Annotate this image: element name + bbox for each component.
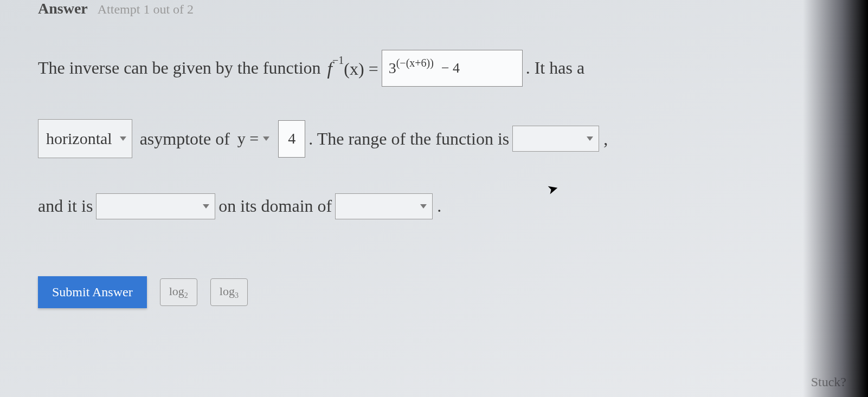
asymptote-var-label: y = — [237, 124, 259, 153]
chevron-down-icon — [203, 204, 209, 209]
inverse-function-input[interactable]: 3(−(x+6)) − 4 — [382, 50, 523, 87]
sentence-line-2: horizontal asymptote of y = 4 . The rang… — [38, 119, 830, 158]
log2-button[interactable]: log2 — [160, 278, 197, 306]
comma: , — [603, 123, 608, 155]
log3-label: log — [220, 284, 235, 298]
asymptote-of-text: asymptote of — [140, 123, 230, 155]
answer-label: Answer — [38, 0, 88, 17]
line1-suffix: . It has a — [526, 53, 584, 84]
answer-header: Answer Attempt 1 out of 2 — [38, 0, 830, 17]
range-dropdown[interactable] — [512, 126, 599, 152]
asymptote-type-dropdown[interactable]: horizontal — [38, 119, 132, 158]
range-text: . The range of the function is — [308, 123, 509, 155]
log2-label: log — [169, 284, 184, 298]
log3-subscript: 3 — [235, 291, 239, 300]
asymptote-value-input[interactable]: 4 — [278, 120, 305, 157]
function-superscript: −1 — [332, 54, 344, 66]
expr-base: 3 — [389, 55, 396, 82]
function-arg: (x) = — [344, 59, 378, 79]
line3-mid: on its domain of — [218, 191, 332, 222]
line3-prefix: and it is — [38, 191, 93, 222]
expr-tail: − 4 — [441, 56, 460, 81]
monotonicity-dropdown[interactable] — [96, 193, 215, 219]
domain-dropdown[interactable] — [335, 193, 433, 219]
function-symbol: f — [327, 58, 332, 79]
line1-prefix: The inverse can be given by the function — [38, 53, 321, 84]
chevron-down-icon — [587, 136, 593, 141]
chevron-down-icon — [263, 136, 269, 141]
chevron-down-icon — [420, 204, 427, 209]
asymptote-type-value: horizontal — [46, 124, 112, 153]
asymptote-value: 4 — [288, 125, 295, 152]
sentence-line-1: The inverse can be given by the function… — [38, 50, 830, 87]
asymptote-variable-dropdown[interactable]: y = — [233, 120, 275, 158]
button-row: Submit Answer log2 log3 — [38, 276, 830, 308]
sentence-line-3: and it is on its domain of . — [38, 191, 830, 222]
expr-exponent: (−(x+6)) — [396, 53, 434, 73]
log3-button[interactable]: log3 — [210, 278, 248, 306]
stuck-link[interactable]: Stuck? — [811, 375, 846, 389]
period: . — [437, 191, 441, 222]
attempt-counter: Attempt 1 out of 2 — [98, 2, 194, 17]
submit-answer-button[interactable]: Submit Answer — [38, 276, 147, 308]
chevron-down-icon — [120, 136, 126, 141]
log2-subscript: 2 — [184, 291, 188, 300]
